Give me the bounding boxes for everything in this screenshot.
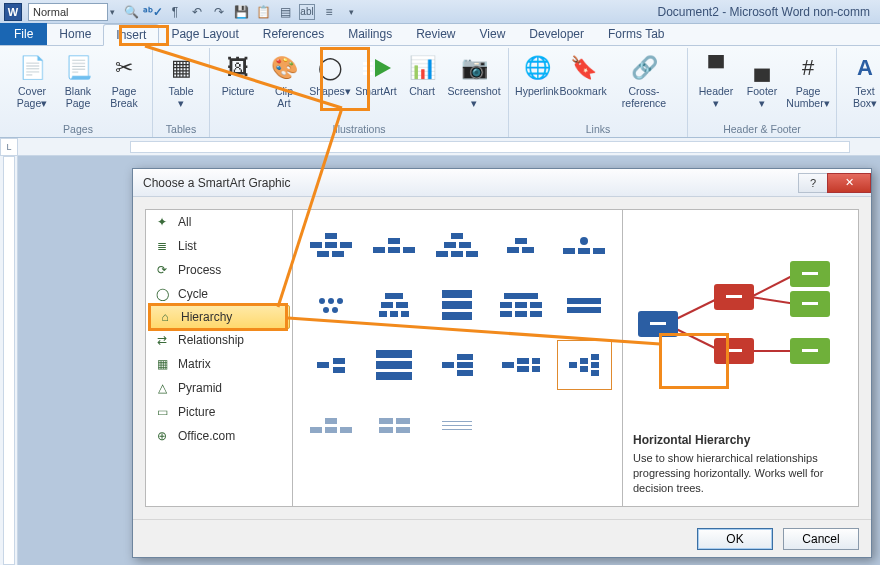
layout-thumb[interactable] [430, 280, 485, 330]
app-icon[interactable]: W [4, 3, 22, 21]
svg-line-3 [751, 297, 796, 304]
cover-page-button[interactable]: 📄CoverPage▾ [10, 50, 54, 122]
textbox-qat-icon[interactable]: abl [299, 4, 315, 20]
preview-panel: Horizontal Hierarchy Use to show hierarc… [623, 209, 859, 507]
layout-thumb[interactable] [366, 280, 421, 330]
tab-page-layout[interactable]: Page Layout [159, 23, 250, 45]
dialog-body: ✦All ≣List ⟳Process ◯Cycle ⌂Hierarchy ⇄R… [133, 197, 871, 519]
paste-icon[interactable]: 📋 [255, 4, 271, 20]
cat-relationship[interactable]: ⇄Relationship [146, 328, 292, 352]
group-pages: 📄CoverPage▾ 📃BlankPage ✂PageBreak Pages [4, 48, 153, 137]
undo-icon[interactable]: ↶ [189, 4, 205, 20]
shapes-button[interactable]: ◯Shapes▾ [308, 50, 352, 122]
layout-thumb[interactable] [366, 340, 421, 390]
layout-thumb[interactable] [493, 340, 548, 390]
blank-page-button[interactable]: 📃BlankPage [56, 50, 100, 122]
cancel-button[interactable]: Cancel [783, 528, 859, 550]
group-label-illustrations: Illustrations [216, 122, 502, 137]
screenshot-icon: 📷 [458, 52, 490, 84]
crossref-icon: 🔗 [628, 52, 660, 84]
layout-thumb[interactable] [430, 400, 485, 450]
svg-rect-16 [802, 349, 818, 352]
ok-button[interactable]: OK [697, 528, 773, 550]
cat-picture[interactable]: ▭Picture [146, 400, 292, 424]
bookmark-button[interactable]: 🔖Bookmark [561, 50, 605, 122]
layout-thumb[interactable] [303, 340, 358, 390]
ribbon: 📄CoverPage▾ 📃BlankPage ✂PageBreak Pages … [0, 46, 880, 138]
header-button[interactable]: ▀Header▾ [694, 50, 738, 122]
cover-page-icon: 📄 [16, 52, 48, 84]
tab-home[interactable]: Home [47, 23, 103, 45]
smartart-button[interactable]: SmartArt [354, 50, 398, 122]
save-icon[interactable]: 💾 [233, 4, 249, 20]
clipart-button[interactable]: 🎨ClipArt [262, 50, 306, 122]
cat-matrix[interactable]: ▦Matrix [146, 352, 292, 376]
dropdown-icon[interactable]: ▾ [110, 7, 115, 17]
dialog-titlebar[interactable]: Choose a SmartArt Graphic ? ✕ [133, 169, 871, 197]
tab-view[interactable]: View [468, 23, 518, 45]
print-preview-icon[interactable]: 🔍 [123, 4, 139, 20]
picture-button[interactable]: 🖼Picture [216, 50, 260, 122]
tab-mailings[interactable]: Mailings [336, 23, 404, 45]
tab-insert[interactable]: Insert [103, 24, 159, 46]
paragraph-marks-icon[interactable]: ¶ [167, 4, 183, 20]
tab-forms[interactable]: Forms Tab [596, 23, 676, 45]
redo-icon[interactable]: ↷ [211, 4, 227, 20]
cat-officecom[interactable]: ⊕Office.com [146, 424, 292, 448]
clipart-icon: 🎨 [268, 52, 300, 84]
hyperlink-button[interactable]: 🌐Hyperlink [515, 50, 559, 122]
category-list: ✦All ≣List ⟳Process ◯Cycle ⌂Hierarchy ⇄R… [145, 209, 293, 507]
layout-thumb[interactable] [366, 220, 421, 270]
cat-pyramid[interactable]: △Pyramid [146, 376, 292, 400]
tab-review[interactable]: Review [404, 23, 467, 45]
layout-thumb[interactable] [303, 400, 358, 450]
table-button[interactable]: ▦Table▾ [159, 50, 203, 122]
cat-hierarchy[interactable]: ⌂Hierarchy [148, 305, 290, 329]
layout-thumb[interactable] [303, 220, 358, 270]
layout-thumb[interactable] [366, 400, 421, 450]
crossref-button[interactable]: 🔗Cross-reference [607, 50, 681, 122]
layout-thumb-selected[interactable] [557, 340, 612, 390]
close-button[interactable]: ✕ [827, 173, 871, 193]
list-icon: ≣ [154, 238, 170, 254]
layout-thumb[interactable] [493, 220, 548, 270]
help-button[interactable]: ? [798, 173, 828, 193]
equation-icon[interactable]: ≡ [321, 4, 337, 20]
layout-thumb[interactable] [493, 280, 548, 330]
document-title: Document2 - Microsoft Word non-comm [657, 5, 876, 19]
cat-all[interactable]: ✦All [146, 210, 292, 234]
footer-button[interactable]: ▄Footer▾ [740, 50, 784, 122]
textbox-button[interactable]: ATextBox▾ [843, 50, 880, 134]
smartart-dialog: Choose a SmartArt Graphic ? ✕ ✦All ≣List… [132, 168, 872, 558]
preview-svg [636, 259, 846, 389]
layout-thumb[interactable] [557, 220, 612, 270]
page-break-button[interactable]: ✂PageBreak [102, 50, 146, 122]
tab-selector[interactable]: L [0, 138, 18, 156]
spellcheck-icon[interactable]: ᵃᵇ✓ [145, 4, 161, 20]
table-icon[interactable]: ▤ [277, 4, 293, 20]
screenshot-button[interactable]: 📷Screenshot▾ [446, 50, 502, 122]
ruler-horizontal[interactable]: L [0, 138, 880, 156]
ruler-vertical[interactable] [0, 156, 18, 565]
layout-thumb[interactable] [430, 340, 485, 390]
tab-references[interactable]: References [251, 23, 336, 45]
ruler-strip [130, 141, 850, 153]
pagenumber-button[interactable]: #PageNumber▾ [786, 50, 830, 122]
page-break-icon: ✂ [108, 52, 140, 84]
cat-list[interactable]: ≣List [146, 234, 292, 258]
chart-button[interactable]: 📊Chart [400, 50, 444, 122]
qat-more-icon[interactable]: ▾ [343, 4, 359, 20]
layout-thumb[interactable] [557, 280, 612, 330]
svg-line-2 [751, 274, 796, 297]
group-headerfooter: ▀Header▾ ▄Footer▾ #PageNumber▾ Header & … [688, 48, 837, 137]
bookmark-icon: 🔖 [567, 52, 599, 84]
layout-thumb[interactable] [430, 220, 485, 270]
tab-developer[interactable]: Developer [517, 23, 596, 45]
layout-thumb[interactable] [303, 280, 358, 330]
dialog-footer: OK Cancel [133, 519, 871, 557]
style-selector[interactable]: Normal [28, 3, 108, 21]
quick-access-toolbar: W Normal ▾ 🔍 ᵃᵇ✓ ¶ ↶ ↷ 💾 📋 ▤ abl ≡ ▾ Doc… [0, 0, 880, 24]
tab-file[interactable]: File [0, 23, 47, 45]
cat-process[interactable]: ⟳Process [146, 258, 292, 282]
cat-cycle[interactable]: ◯Cycle [146, 282, 292, 306]
